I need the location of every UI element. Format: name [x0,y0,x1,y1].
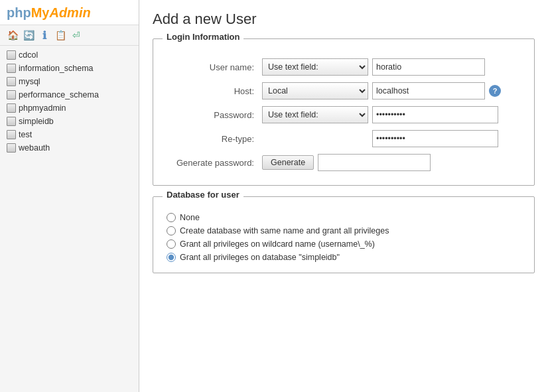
page-title: Add a new User [153,11,535,28]
host-help-icon[interactable]: ? [489,85,501,97]
username-controls: Use text field: Any user Defined [259,55,521,79]
password-controls-row: Use text field: No Password [262,106,518,123]
sidebar-db-test[interactable]: test [0,128,139,141]
db-option-wildcard[interactable]: Grant all privileges on wildcard name (u… [167,239,521,249]
reload-icon[interactable]: 🔄 [23,29,34,41]
password-input[interactable] [372,106,498,123]
sidebar-db-webauth[interactable]: webauth [0,141,139,155]
db-icon [7,103,16,113]
retype-controls-row [262,130,518,147]
host-controls: Local Any host Use text field: ? [259,79,521,103]
db-label: phpmyadmin [19,103,66,113]
sidebar: phpMyAdmin 🏠 🔄 ℹ 📋 ⏎ cdcolinformation_sc… [0,0,139,392]
info-icon[interactable]: ℹ [38,29,50,41]
db-label: webauth [19,143,50,153]
logo-php: php [7,5,31,20]
logout-icon[interactable]: ⏎ [70,29,82,41]
generate-label: Generate password: [167,151,259,174]
retype-label: Re-type: [167,127,259,151]
sidebar-db-information_schema[interactable]: information_schema [0,62,139,75]
login-form-table: User name: Use text field: Any user Defi… [167,55,521,174]
database-list: cdcolinformation_schemamysqlperformance_… [0,46,139,392]
db-option-simpleidb-label: Grant all privileges on database "simple… [180,253,340,262]
db-icon [7,90,16,99]
database-section-legend: Database for user [163,190,243,200]
username-label: User name: [167,55,259,79]
retype-input[interactable] [372,130,498,147]
db-icon [7,143,16,153]
sidebar-db-phpmyadmin[interactable]: phpmyadmin [0,101,139,115]
db-icon [7,64,16,73]
copy-icon[interactable]: 📋 [54,29,66,41]
generated-password-input[interactable] [318,154,431,171]
sidebar-db-simpleidb[interactable]: simpleidb [0,115,139,128]
username-controls-row: Use text field: Any user Defined [262,58,518,76]
db-label: test [19,130,32,139]
username-type-select[interactable]: Use text field: Any user Defined [262,58,368,76]
host-row: Host: Local Any host Use text field: ? [167,79,521,103]
generate-controls: Generate [259,151,521,174]
sidebar-db-mysql[interactable]: mysql [0,75,139,88]
db-label: information_schema [19,64,94,73]
db-label: mysql [19,77,40,86]
generate-controls-row: Generate [262,154,518,171]
db-option-none[interactable]: None [167,213,521,222]
db-radio-create[interactable] [167,226,176,235]
main-content: Add a new User Login Information User na… [139,0,548,392]
password-row: Password: Use text field: No Password [167,103,521,127]
password-type-select[interactable]: Use text field: No Password [262,106,368,123]
db-option-create[interactable]: Create database with same name and grant… [167,226,521,235]
db-icon [7,117,16,126]
db-option-create-label: Create database with same name and grant… [180,226,389,235]
db-label: performance_schema [19,90,99,99]
db-radio-wildcard[interactable] [167,239,176,249]
username-row: User name: Use text field: Any user Defi… [167,55,521,79]
logo-area: phpMyAdmin [0,0,139,25]
db-option-none-label: None [180,213,200,222]
home-icon[interactable]: 🏠 [7,29,19,41]
db-label: simpleidb [19,117,54,126]
host-label: Host: [167,79,259,103]
logo-admin: Admin [49,5,90,20]
generate-button[interactable]: Generate [262,155,314,170]
password-controls: Use text field: No Password [259,103,521,127]
db-icon [7,50,16,60]
db-option-wildcard-label: Grant all privileges on wildcard name (u… [180,239,375,249]
db-icon [7,77,16,86]
host-input[interactable] [372,82,485,99]
sidebar-db-cdcol[interactable]: cdcol [0,48,139,62]
generate-row: Generate password: Generate [167,151,521,174]
host-controls-row: Local Any host Use text field: ? [262,82,518,99]
db-option-simpleidb[interactable]: Grant all privileges on database "simple… [167,253,521,262]
password-label: Password: [167,103,259,127]
login-information-section: Login Information User name: Use text fi… [153,38,535,186]
retype-controls [259,127,521,151]
db-icon [7,130,16,139]
database-section: Database for user None Create database w… [153,196,535,273]
db-label: cdcol [19,50,38,60]
toolbar: 🏠 🔄 ℹ 📋 ⏎ [0,25,139,46]
db-radio-none[interactable] [167,213,176,222]
logo-my: My [31,5,50,20]
sidebar-db-performance_schema[interactable]: performance_schema [0,88,139,101]
database-radio-list: None Create database with same name and … [167,213,521,262]
retype-row: Re-type: [167,127,521,151]
db-radio-simpleidb[interactable] [167,253,176,262]
host-type-select[interactable]: Local Any host Use text field: [262,82,368,99]
username-input[interactable] [372,58,485,76]
login-section-legend: Login Information [163,32,243,42]
